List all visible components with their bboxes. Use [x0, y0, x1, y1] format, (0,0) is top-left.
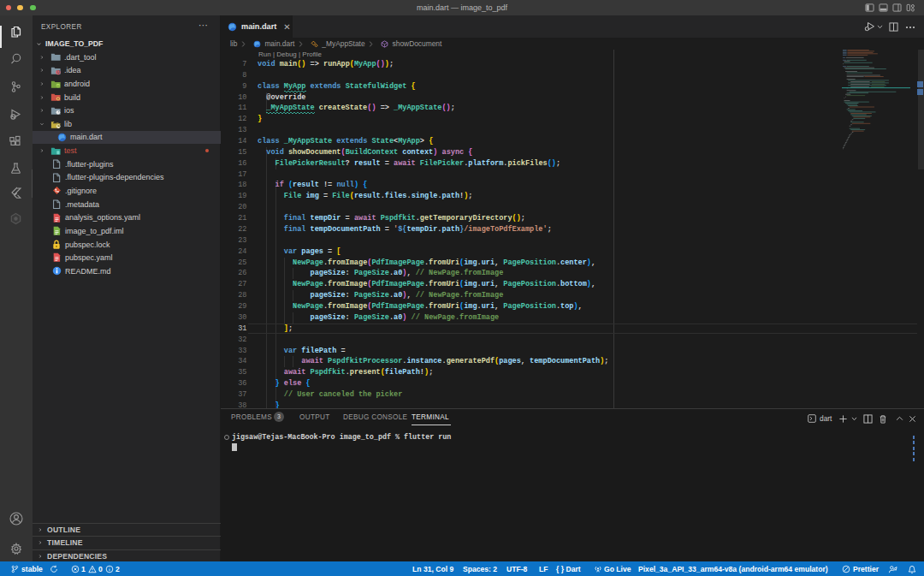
- svg-text:IJ: IJ: [56, 70, 59, 74]
